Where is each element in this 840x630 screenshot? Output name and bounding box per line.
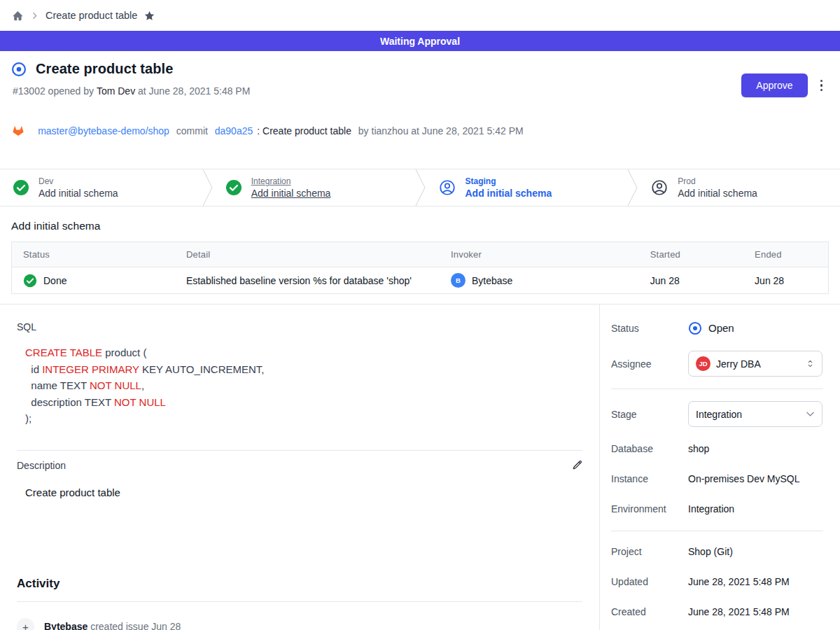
updated-value: June 28, 2021 5:48 PM bbox=[688, 576, 790, 587]
stage-pending-user-icon bbox=[650, 178, 668, 197]
issue-title: Create product table bbox=[36, 61, 173, 77]
assignee-select[interactable]: JD Jerry DBA bbox=[688, 351, 822, 377]
chevron-down-icon bbox=[805, 409, 816, 419]
status-value: Open bbox=[708, 322, 734, 334]
activity-item: + Bytebase created issue Jun 28 bbox=[17, 618, 582, 630]
stage-select[interactable]: Integration bbox=[688, 401, 822, 427]
task-started-date: Jun 28 bbox=[639, 267, 743, 294]
col-detail: Detail bbox=[175, 242, 440, 267]
task-table-header: Status Detail Invoker Started Ended bbox=[12, 242, 829, 267]
plus-icon: + bbox=[17, 618, 34, 630]
stage-env-label: Prod bbox=[678, 176, 757, 186]
gitlab-icon bbox=[12, 102, 34, 160]
environment-value: Integration bbox=[688, 503, 734, 514]
col-status: Status bbox=[12, 242, 175, 267]
created-value: June 28, 2021 5:48 PM bbox=[688, 606, 790, 617]
assignee-label: Assignee bbox=[611, 358, 688, 370]
commit-hash-link[interactable]: da90a25 bbox=[215, 125, 253, 136]
database-value: shop bbox=[688, 443, 709, 454]
stage-separator bbox=[627, 169, 638, 206]
description-text: Create product table bbox=[25, 486, 582, 498]
assignee-value: Jerry DBA bbox=[716, 358, 799, 370]
breadcrumb-chevron-icon bbox=[30, 11, 39, 20]
col-invoker: Invoker bbox=[440, 242, 639, 267]
pipeline-stage-bar: Dev Add initial schema Integration Add i… bbox=[0, 169, 840, 206]
status-open-icon bbox=[688, 321, 702, 335]
commit-info: master@bytebase-demo/shop commit da90a25… bbox=[12, 102, 829, 160]
divider bbox=[17, 450, 582, 451]
task-table: Status Detail Invoker Started Ended Done bbox=[11, 241, 829, 294]
activity-action: created issue Jun 28 bbox=[88, 621, 181, 630]
task-detail-text: Established baseline version %s for data… bbox=[175, 267, 440, 294]
issue-body: SQL CREATE TABLE product ( id INTEGER PR… bbox=[0, 304, 600, 630]
stage-env-label: Dev bbox=[38, 176, 118, 186]
stage-task-label: Add initial schema bbox=[38, 188, 118, 199]
stage-separator bbox=[202, 169, 213, 206]
issue-author: Tom Dev bbox=[97, 85, 135, 97]
commit-word: commit bbox=[174, 125, 211, 136]
kebab-menu-icon[interactable] bbox=[818, 77, 825, 94]
issue-opened-time: at June 28, 2021 5:48 PM bbox=[135, 85, 250, 97]
task-row[interactable]: Done Established baseline version %s for… bbox=[12, 267, 829, 294]
pipeline-stage-staging[interactable]: Staging Add initial schema bbox=[426, 169, 628, 206]
bytebase-issue-page: Create product table Waiting Approval Cr… bbox=[0, 0, 840, 630]
updated-label: Updated bbox=[611, 576, 688, 587]
invoker-avatar: B bbox=[451, 273, 465, 288]
status-label: Status bbox=[611, 323, 688, 334]
pipeline-stage-prod[interactable]: Prod Add initial schema bbox=[638, 169, 840, 206]
commit-meta: by tianzhou at June 28, 2021 5:42 PM bbox=[356, 125, 524, 136]
edit-pencil-icon[interactable] bbox=[570, 460, 582, 472]
task-section: Add initial schema Status Detail Invoker… bbox=[0, 206, 840, 304]
task-done-icon bbox=[23, 274, 37, 288]
divider bbox=[611, 388, 823, 389]
task-status-text: Done bbox=[43, 275, 66, 286]
approve-button[interactable]: Approve bbox=[741, 74, 807, 97]
home-icon[interactable] bbox=[11, 9, 24, 22]
star-icon[interactable] bbox=[144, 10, 155, 22]
issue-open-icon bbox=[11, 62, 27, 77]
instance-value: On-premises Dev MySQL bbox=[688, 473, 799, 484]
assignee-avatar: JD bbox=[696, 356, 710, 371]
description-label: Description bbox=[17, 460, 66, 471]
sql-label: SQL bbox=[17, 321, 582, 332]
stage-task-label: Add initial schema bbox=[678, 188, 757, 199]
database-label: Database bbox=[611, 443, 688, 454]
stage-label: Stage bbox=[611, 409, 688, 420]
breadcrumb-current: Create product table bbox=[46, 10, 137, 21]
project-value: Shop (Git) bbox=[688, 546, 733, 557]
environment-label: Environment bbox=[611, 503, 688, 514]
pipeline-stage-integration[interactable]: Integration Add initial schema bbox=[213, 169, 415, 206]
issue-meta: #13002 opened by Tom Dev at June 28, 202… bbox=[13, 85, 829, 97]
divider bbox=[611, 531, 823, 531]
col-started: Started bbox=[639, 242, 743, 267]
created-label: Created bbox=[611, 606, 688, 617]
stage-task-link[interactable]: Add initial schema bbox=[251, 188, 331, 199]
invoker-name: Bytebase bbox=[472, 275, 512, 286]
divider bbox=[17, 601, 582, 602]
stage-task-label: Add initial schema bbox=[465, 188, 552, 199]
activity-heading: Activity bbox=[17, 577, 582, 591]
stage-done-icon bbox=[225, 179, 242, 196]
chevron-up-down-icon bbox=[805, 358, 816, 369]
instance-label: Instance bbox=[611, 473, 688, 484]
issue-header: Create product table Approve #13002 open… bbox=[0, 51, 840, 169]
project-label: Project bbox=[611, 546, 688, 557]
stage-env-label: Staging bbox=[465, 176, 552, 186]
stage-pending-user-icon bbox=[438, 178, 456, 197]
branch-link[interactable]: master@bytebase-demo/shop bbox=[38, 125, 169, 136]
stage-value: Integration bbox=[696, 409, 799, 420]
approval-banner: Waiting Approval bbox=[0, 31, 840, 51]
commit-title: : Create product table bbox=[257, 125, 351, 136]
task-ended-date: Jun 28 bbox=[743, 267, 828, 294]
task-heading: Add initial schema bbox=[11, 220, 829, 232]
issue-number-text: #13002 opened by bbox=[13, 85, 97, 97]
stage-separator bbox=[415, 169, 426, 206]
stage-env-link[interactable]: Integration bbox=[251, 176, 331, 186]
col-ended: Ended bbox=[743, 242, 828, 267]
activity-actor: Bytebase bbox=[44, 621, 88, 630]
pipeline-stage-dev[interactable]: Dev Add initial schema bbox=[0, 169, 202, 206]
issue-sidebar: Status Open Assignee JD Jerry DBA bbox=[600, 304, 840, 630]
breadcrumb: Create product table bbox=[0, 0, 840, 31]
sql-code-block: CREATE TABLE product ( id INTEGER PRIMAR… bbox=[25, 344, 582, 427]
approval-banner-text: Waiting Approval bbox=[380, 36, 460, 47]
